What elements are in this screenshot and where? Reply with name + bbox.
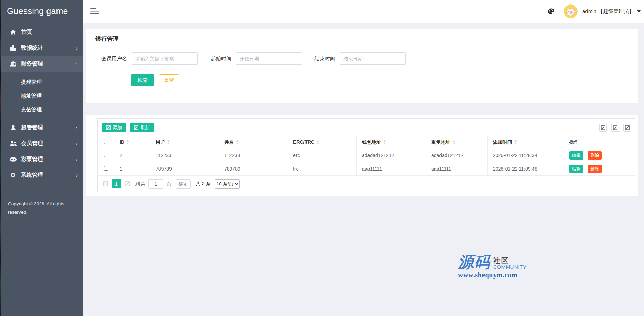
gamepad-icon bbox=[10, 157, 17, 162]
table-card: 添加 刷新 bbox=[86, 115, 638, 196]
goto-page-input[interactable] bbox=[148, 179, 163, 189]
pagination: 1 到第 页 确定 共 2 条 10 条/页 bbox=[98, 176, 635, 192]
bank-icon bbox=[10, 61, 17, 67]
row-checkbox[interactable] bbox=[104, 153, 108, 157]
total-count-label: 共 2 条 bbox=[196, 181, 211, 187]
sidebar-item-label: 财务管理 bbox=[21, 60, 76, 68]
select-all-checkbox[interactable] bbox=[104, 140, 108, 144]
sidebar-item-members[interactable]: 会员管理 › bbox=[1, 135, 83, 151]
cell-duplicate: aaa11111 bbox=[426, 162, 488, 176]
delete-button[interactable]: 删除 bbox=[588, 151, 602, 160]
bar-chart-icon bbox=[10, 45, 17, 51]
cell-id: 1 bbox=[114, 162, 150, 176]
next-page-icon[interactable] bbox=[125, 181, 130, 186]
cell-name: 112233 bbox=[219, 149, 288, 162]
sort-icon bbox=[167, 140, 170, 145]
finance-submenu: 提现管理 地址管理 充值管理 bbox=[1, 72, 83, 116]
broken-glyph-icon bbox=[134, 125, 138, 130]
sidebar-item-system[interactable]: 系统管理 › bbox=[1, 167, 83, 183]
hamburger-menu-icon[interactable] bbox=[90, 8, 99, 16]
header-user[interactable]: 用户 bbox=[150, 136, 219, 149]
theme-palette-icon[interactable] bbox=[548, 8, 554, 14]
cell-erc-trc: trc bbox=[288, 162, 357, 176]
topbar-right: admin 【超级管理员】 bbox=[548, 0, 641, 23]
cell-actions: 编辑 删除 bbox=[564, 149, 635, 162]
watermark-url: www.shequym.com bbox=[458, 271, 527, 279]
table-toolbar: 添加 刷新 bbox=[98, 119, 635, 136]
page-size-select[interactable]: 10 条/页 bbox=[215, 179, 240, 189]
table-header-row: ID 用户 姓名 ERC/TRC 钱包地址 重复地址 添加时间 操作 bbox=[98, 136, 635, 149]
sidebar-item-lottery[interactable]: 彩票管理 › bbox=[1, 151, 83, 167]
sidebar-item-label: 数据统计 bbox=[21, 44, 76, 52]
cell-user: 112233 bbox=[150, 149, 219, 162]
header-duplicate[interactable]: 重复地址 bbox=[426, 136, 488, 149]
sidebar-item-home[interactable]: 首页 bbox=[1, 24, 83, 40]
table-container: 添加 刷新 bbox=[97, 118, 635, 192]
cell-name: 789789 bbox=[219, 162, 288, 176]
header-name[interactable]: 姓名 bbox=[219, 136, 288, 149]
delete-button[interactable]: 删除 bbox=[588, 165, 602, 173]
end-date-input[interactable] bbox=[340, 52, 406, 65]
cell-add-time: 2026-01-22 11:09:48 bbox=[488, 162, 564, 176]
filter-actions: 检索 重置 bbox=[131, 74, 638, 86]
table-tool-button-1[interactable] bbox=[599, 124, 607, 132]
admin-user-label[interactable]: admin 【超级管理员】 bbox=[582, 8, 634, 15]
add-button[interactable]: 添加 bbox=[102, 123, 126, 132]
sidebar: Guessing game 首页 数据统计 › 财务管理 › 提现管理 地址管理… bbox=[1, 0, 83, 316]
cell-duplicate: adadad121212 bbox=[426, 149, 488, 162]
sidebar-item-finance[interactable]: 财务管理 › bbox=[1, 56, 83, 72]
chevron-right-icon: › bbox=[76, 141, 78, 146]
page-title: 银行管理 bbox=[86, 29, 638, 47]
edit-button[interactable]: 编辑 bbox=[569, 165, 583, 173]
sidebar-subitem-recharge[interactable]: 充值管理 bbox=[1, 103, 83, 116]
sort-icon bbox=[514, 140, 517, 145]
refresh-button[interactable]: 刷新 bbox=[130, 123, 154, 132]
page-1-button[interactable]: 1 bbox=[112, 179, 121, 188]
start-time-label: 起始时间 bbox=[211, 55, 231, 62]
username-label: 会员用户名 bbox=[101, 55, 127, 62]
topbar: admin 【超级管理员】 bbox=[83, 0, 644, 23]
watermark-logo: 源码 社区 COMMUNITY www.shequym.com bbox=[458, 254, 527, 279]
header-id[interactable]: ID bbox=[114, 136, 150, 149]
filter-card: 银行管理 会员用户名 起始时间 结束时间 检索 重置 bbox=[86, 29, 638, 103]
sort-icon bbox=[383, 140, 386, 145]
start-date-input[interactable] bbox=[236, 52, 302, 65]
user-icon bbox=[10, 125, 17, 130]
sort-icon bbox=[453, 140, 455, 145]
sidebar-subitem-withdraw[interactable]: 提现管理 bbox=[1, 75, 83, 89]
sidebar-subitem-address[interactable]: 地址管理 bbox=[1, 89, 83, 103]
header-wallet[interactable]: 钱包地址 bbox=[357, 136, 426, 149]
prev-page-icon[interactable] bbox=[103, 181, 108, 186]
table-tool-button-2[interactable] bbox=[611, 124, 619, 132]
cell-erc-trc: erc bbox=[288, 149, 357, 162]
cell-wallet: aaa11111 bbox=[357, 162, 426, 176]
reset-button[interactable]: 重置 bbox=[159, 74, 179, 86]
cell-id: 2 bbox=[114, 149, 150, 162]
sidebar-item-label: 彩票管理 bbox=[21, 156, 76, 163]
filter-row: 会员用户名 起始时间 结束时间 bbox=[101, 52, 638, 65]
sidebar-item-statistics[interactable]: 数据统计 › bbox=[1, 40, 83, 56]
avatar[interactable] bbox=[564, 4, 578, 18]
copyright-text: Copyright © 2026. All rights reserved. bbox=[8, 200, 83, 216]
table-tool-button-3[interactable] bbox=[623, 124, 631, 132]
edit-button[interactable]: 编辑 bbox=[569, 151, 583, 160]
cell-wallet: adadad121212 bbox=[357, 149, 426, 162]
cell-add-time: 2026-01-22 11:28:34 bbox=[488, 149, 564, 162]
row-checkbox[interactable] bbox=[104, 166, 108, 171]
username-input[interactable] bbox=[132, 52, 198, 65]
chevron-right-icon: › bbox=[76, 156, 78, 162]
watermark-cn-sub: 社区 bbox=[493, 257, 527, 264]
broken-glyph-icon bbox=[625, 125, 630, 130]
header-add-time[interactable]: 添加时间 bbox=[488, 136, 564, 149]
users-icon bbox=[10, 141, 17, 146]
sort-icon bbox=[126, 140, 129, 145]
cell-actions: 编辑 删除 bbox=[564, 162, 635, 176]
screen: Guessing game 首页 数据统计 › 财务管理 › 提现管理 地址管理… bbox=[0, 0, 644, 316]
sidebar-item-superadmin[interactable]: 超管管理 › bbox=[1, 120, 83, 135]
header-erc-trc[interactable]: ERC/TRC bbox=[288, 136, 357, 149]
goto-confirm-button[interactable]: 确定 bbox=[176, 179, 191, 189]
chevron-right-icon: › bbox=[76, 45, 78, 51]
search-button[interactable]: 检索 bbox=[131, 74, 154, 86]
user-dropdown-caret-icon[interactable] bbox=[637, 10, 641, 12]
broken-glyph-icon bbox=[601, 125, 605, 130]
